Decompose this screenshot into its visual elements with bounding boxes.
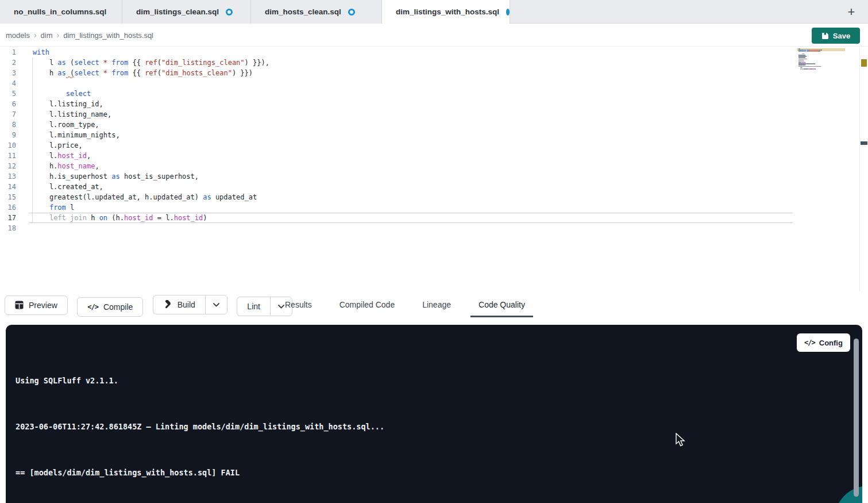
code-line[interactable]: 4 [0, 78, 269, 89]
code-line[interactable]: 13 h.is_superhost as host_is_superhost, [0, 171, 269, 182]
breadcrumb-item[interactable]: dim_listings_with_hosts.sql › [63, 31, 153, 40]
panel-tab-bar: Results Compiled Code Lineage Code Quali… [276, 291, 543, 318]
breadcrumb-item[interactable]: dim › [41, 30, 64, 40]
code-line[interactable]: 7 l.listing_name, [0, 109, 269, 120]
lint-button[interactable]: Lint [237, 297, 270, 316]
breadcrumb-label: models [6, 31, 30, 40]
panel-tab[interactable]: Lineage [413, 291, 460, 318]
panel-tab-label: Code Quality [479, 300, 525, 309]
config-button-label: Config [819, 339, 843, 347]
breadcrumb-separator-icon: › [57, 30, 60, 40]
config-button[interactable]: </> Config [797, 333, 850, 352]
code-icon: </> [804, 339, 815, 347]
terminal-line: == [models/dim/dim_listings_with_hosts.s… [16, 467, 384, 478]
file-tab-label: dim_listings_clean.sql [136, 7, 219, 16]
dbt-cloud-ide: { "tabbar": { "tabs": [ { "label": "no_n… [0, 0, 868, 503]
preview-button[interactable]: Preview [5, 295, 68, 315]
code-line[interactable]: 12 h.host_name, [0, 161, 269, 171]
hammer-icon [163, 300, 172, 309]
line-number: 8 [0, 120, 16, 130]
line-number: 10 [0, 140, 16, 151]
preview-button-label: Preview [29, 301, 57, 310]
compile-button-label: Compile [103, 302, 133, 312]
breadcrumb-item[interactable]: models › [6, 30, 41, 40]
code-lines: 1with2 l as (select * from {{ ref("dim_l… [0, 47, 269, 233]
line-number: 11 [0, 151, 16, 161]
line-number: 5 [0, 89, 16, 99]
file-tab-label: dim_listings_with_hosts.sql [396, 7, 499, 16]
code-line[interactable]: 11 l.host_id, [0, 151, 269, 161]
code-line[interactable]: 2 l as (select * from {{ ref("dim_listin… [0, 57, 269, 68]
chevron-down-icon [213, 303, 219, 307]
modified-dot-icon [506, 9, 510, 16]
terminal-scrollbar-thumb[interactable] [854, 339, 859, 497]
code-line[interactable]: 17 left join h on (h.host_id = l.host_id… [0, 213, 269, 223]
panel-tab[interactable]: Code Quality [469, 291, 534, 318]
code-line[interactable]: 3 h as (select * from {{ ref("dim_hosts_… [0, 68, 269, 78]
breadcrumb-label: dim [41, 31, 53, 40]
floppy-disk-icon [821, 32, 829, 40]
save-button[interactable]: Save [812, 28, 860, 44]
code-icon: </> [87, 303, 98, 311]
file-tab-label: dim_hosts_clean.sql [265, 7, 341, 16]
line-number: 18 [0, 223, 16, 233]
line-number: 16 [0, 202, 16, 213]
code-text: l as (select * from {{ ref("dim_listings… [16, 57, 269, 68]
code-line[interactable]: 15 greatest(l.updated_at, h.updated_at) … [0, 192, 269, 202]
new-tab-button[interactable]: + [840, 0, 863, 24]
code-text: select [16, 89, 91, 99]
line-number: 12 [0, 161, 16, 171]
code-line[interactable]: 9 l.minimum_nights, [0, 130, 269, 140]
code-line[interactable]: 8 l.room_type, [0, 120, 269, 130]
build-button-group: Build [153, 295, 227, 314]
panel-tab[interactable]: Compiled Code [330, 291, 404, 318]
file-tab-bar: no_nulls_in_columns.sql dim_listings_cle… [0, 0, 868, 24]
lint-output-terminal[interactable]: Using SQLFluff v2.1.1. 2023-06-06T11:27:… [6, 325, 862, 503]
minimap[interactable] [798, 48, 839, 83]
code-editor[interactable]: 1with2 l as (select * from {{ ref("dim_l… [0, 47, 868, 291]
save-button-label: Save [833, 32, 850, 40]
code-text: from l [16, 202, 74, 213]
file-tab-label: no_nulls_in_columns.sql [14, 7, 106, 16]
line-number: 9 [0, 130, 16, 140]
build-button[interactable]: Build [153, 295, 205, 314]
code-line[interactable]: 5 select [0, 89, 269, 99]
editor-subheader: models › dim › dim_listings_with_hosts.s… [0, 24, 868, 47]
code-text: l.room_type, [16, 120, 99, 130]
code-text: l.price, [16, 140, 83, 151]
lint-button-label: Lint [247, 302, 260, 311]
file-tab[interactable]: no_nulls_in_columns.sql [0, 0, 122, 24]
table-grid-icon [15, 301, 24, 309]
code-line[interactable]: 14 l.created_at, [0, 182, 269, 192]
code-text: greatest(l.updated_at, h.updated_at) as … [16, 192, 257, 202]
line-number: 1 [0, 47, 16, 57]
code-text: with [16, 47, 49, 57]
panel-tab[interactable]: Results [276, 291, 321, 318]
code-text [16, 223, 33, 233]
modified-dot-icon [348, 9, 355, 16]
code-line[interactable]: 10 l.price, [0, 140, 269, 151]
code-line[interactable]: 16 from l [0, 202, 269, 213]
file-tab[interactable]: dim_hosts_clean.sql [251, 0, 382, 24]
code-text: h as (select * from {{ ref("dim_hosts_cl… [16, 68, 253, 78]
code-text: h.is_superhost as host_is_superhost, [16, 171, 199, 182]
panel-tab-label: Lineage [422, 300, 451, 309]
compile-button[interactable]: </> Compile [77, 297, 143, 317]
line-number: 13 [0, 171, 16, 182]
line-number: 4 [0, 78, 16, 89]
code-line[interactable]: 1with [0, 47, 269, 57]
line-number: 6 [0, 99, 16, 109]
modified-dot-icon [226, 9, 233, 16]
overview-ruler-warning-marker [861, 59, 867, 67]
build-button-label: Build [178, 300, 195, 309]
file-tab[interactable]: dim_listings_clean.sql [122, 0, 251, 24]
code-line[interactable]: 18 [0, 223, 269, 233]
code-text: l.listing_id, [16, 99, 103, 109]
breadcrumb-label: dim_listings_with_hosts.sql [63, 31, 153, 40]
line-number: 17 [0, 213, 16, 223]
code-line[interactable]: 6 l.listing_id, [0, 99, 269, 109]
editor-scrollbar-track[interactable] [859, 47, 860, 291]
code-text: l.listing_name, [16, 109, 111, 120]
file-tab[interactable]: dim_listings_with_hosts.sql [382, 0, 510, 24]
build-dropdown-button[interactable] [205, 295, 227, 314]
